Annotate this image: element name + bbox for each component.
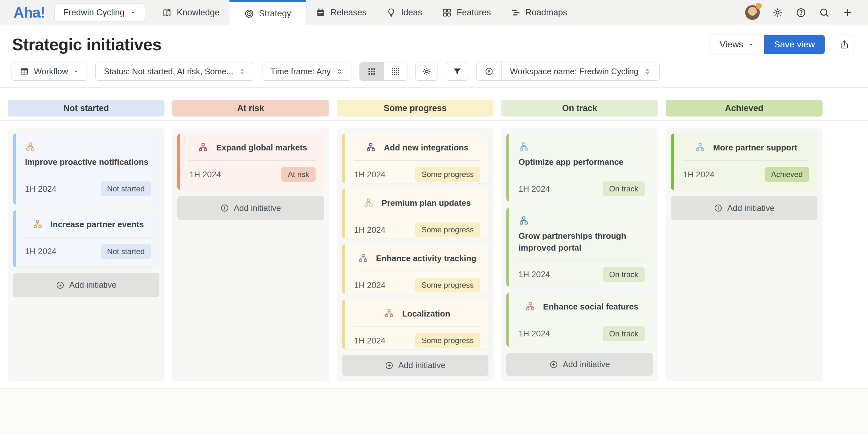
avatar[interactable]: [745, 5, 760, 20]
toolbar-divider: [0, 87, 868, 88]
nav-item-ideas[interactable]: Ideas: [376, 0, 432, 25]
initiative-card[interactable]: Improve proactive notifications 1H 2024 …: [13, 133, 159, 205]
timeframe-filter[interactable]: Time frame: Any: [262, 62, 351, 81]
status-stripe: [506, 292, 509, 347]
save-view-button[interactable]: Save view: [764, 35, 825, 54]
status-badge: Not started: [101, 182, 151, 196]
large-cards-toggle[interactable]: [360, 62, 383, 80]
add-initiative-button[interactable]: Add initiative: [671, 196, 817, 220]
nav-item-releases[interactable]: Releases: [306, 0, 376, 25]
share-button[interactable]: [835, 35, 854, 54]
funnel-icon: [453, 67, 462, 76]
nav-item-strategy[interactable]: Strategy: [229, 0, 306, 25]
small-cards-toggle[interactable]: [383, 62, 407, 80]
workspace-selector-label: Fredwin Cycling: [63, 8, 124, 18]
status-badge: At risk: [281, 167, 316, 182]
add-initiative-label: Add initiative: [727, 203, 774, 213]
page-title: Strategic initiatives: [12, 35, 161, 54]
status-badge: On track: [603, 267, 645, 282]
initiative-timeframe: 1H 2024: [683, 169, 714, 180]
updown-chevrons-icon: [644, 68, 651, 75]
status-stripe: [342, 189, 345, 239]
initiative-card[interactable]: Localization 1H 2024 Some progress: [342, 300, 488, 349]
column-achieved: More partner support 1H 2024 Achieved Ad…: [666, 128, 823, 381]
initiative-icon: [32, 219, 43, 230]
grid-icon: [442, 8, 452, 18]
views-button[interactable]: Views: [710, 35, 764, 54]
filter-button[interactable]: [446, 62, 468, 81]
initiative-card[interactable]: Increase partner events 1H 2024 Not star…: [13, 210, 159, 267]
card-divider: [189, 160, 316, 161]
card-divider: [683, 160, 809, 161]
status-stripe: [13, 133, 16, 205]
initiative-card[interactable]: More partner support 1H 2024 Achieved: [671, 133, 817, 190]
initiative-card[interactable]: Enhance social features 1H 2024 On track: [506, 292, 653, 347]
add-initiative-button[interactable]: Add initiative: [506, 353, 653, 376]
card-divider: [25, 175, 151, 175]
initiative-card[interactable]: Grow partnerships through improved porta…: [506, 208, 653, 287]
status-filter-label: Status: Not started, At risk, Some...: [104, 67, 233, 76]
initiative-card[interactable]: Add new integrations 1H 2024 Some progre…: [342, 133, 488, 183]
initiative-icon: [519, 216, 529, 226]
grid-4x4-icon: [391, 67, 400, 76]
initiative-card[interactable]: Optimize app performance 1H 2024 On trac…: [506, 133, 653, 202]
column-not-started: Improve proactive notifications 1H 2024 …: [8, 128, 164, 381]
initiative-title: More partner support: [713, 142, 797, 153]
clear-filter-button[interactable]: [476, 62, 501, 80]
status-filter[interactable]: Status: Not started, At risk, Some...: [95, 62, 254, 81]
topbar-actions: [745, 0, 868, 25]
updown-chevrons-icon: [239, 68, 246, 75]
initiatives-board: Improve proactive notifications 1H 2024 …: [0, 128, 868, 381]
column-header-at-risk: At risk: [172, 100, 329, 117]
search-button[interactable]: [818, 7, 830, 18]
add-initiative-label: Add initiative: [398, 361, 445, 370]
status-badge: Some progress: [415, 278, 480, 292]
card-divider: [354, 327, 480, 327]
card-divider: [354, 216, 480, 216]
status-stripe: [177, 133, 180, 190]
card-divider: [25, 238, 151, 238]
primary-nav: Knowledge Strategy Releases Ideas Featur…: [152, 0, 577, 25]
status-stripe: [342, 133, 345, 183]
status-badge: Not started: [101, 244, 151, 259]
initiative-icon: [519, 142, 529, 152]
help-button[interactable]: [795, 7, 807, 18]
column-header-on-track: On track: [501, 100, 658, 117]
add-button[interactable]: [842, 7, 853, 18]
plus-circle-icon: [220, 204, 229, 213]
gear-icon: [772, 7, 783, 18]
settings-button[interactable]: [772, 7, 783, 18]
calendar-icon: [316, 8, 326, 18]
nav-item-knowledge[interactable]: Knowledge: [152, 0, 229, 25]
status-badge: Some progress: [415, 333, 480, 348]
nav-item-roadmaps[interactable]: Roadmaps: [501, 0, 578, 25]
workspace-selector[interactable]: Fredwin Cycling: [54, 3, 145, 22]
view-settings-button[interactable]: [415, 62, 438, 81]
gantt-bars-icon: [511, 8, 521, 18]
chevron-down-icon: [73, 68, 79, 74]
initiative-card[interactable]: Enhance activity tracking 1H 2024 Some p…: [342, 244, 488, 294]
initiative-title: Optimize app performance: [519, 156, 645, 168]
initiative-card[interactable]: Premium plan updates 1H 2024 Some progre…: [342, 189, 488, 239]
aha-logo: Aha!: [0, 0, 54, 25]
add-initiative-button[interactable]: Add initiative: [177, 196, 324, 220]
column-header-some-progress: Some progress: [337, 100, 494, 117]
card-divider: [519, 175, 645, 175]
title-bar: Strategic initiatives Views Save view: [0, 35, 868, 54]
initiative-card[interactable]: Expand global markets 1H 2024 At risk: [177, 133, 324, 190]
add-initiative-button[interactable]: Add initiative: [342, 355, 488, 376]
workspace-filter-select[interactable]: Workspace name: Fredwin Cycling: [501, 62, 659, 80]
search-icon: [819, 7, 830, 18]
workflow-dropdown[interactable]: Workflow: [11, 62, 87, 81]
initiative-title: Expand global markets: [216, 142, 307, 153]
workflow-dropdown-label: Workflow: [34, 67, 68, 76]
chevron-down-icon: [748, 41, 754, 48]
initiative-icon: [25, 142, 35, 152]
column-header-not-started: Not started: [8, 100, 164, 117]
timeframe-filter-label: Time frame: Any: [271, 67, 331, 76]
nav-item-features[interactable]: Features: [432, 0, 501, 25]
initiative-title: Premium plan updates: [381, 197, 471, 209]
add-initiative-button[interactable]: Add initiative: [13, 273, 159, 297]
initiative-timeframe: 1H 2024: [354, 225, 385, 235]
initiative-timeframe: 1H 2024: [354, 336, 385, 346]
